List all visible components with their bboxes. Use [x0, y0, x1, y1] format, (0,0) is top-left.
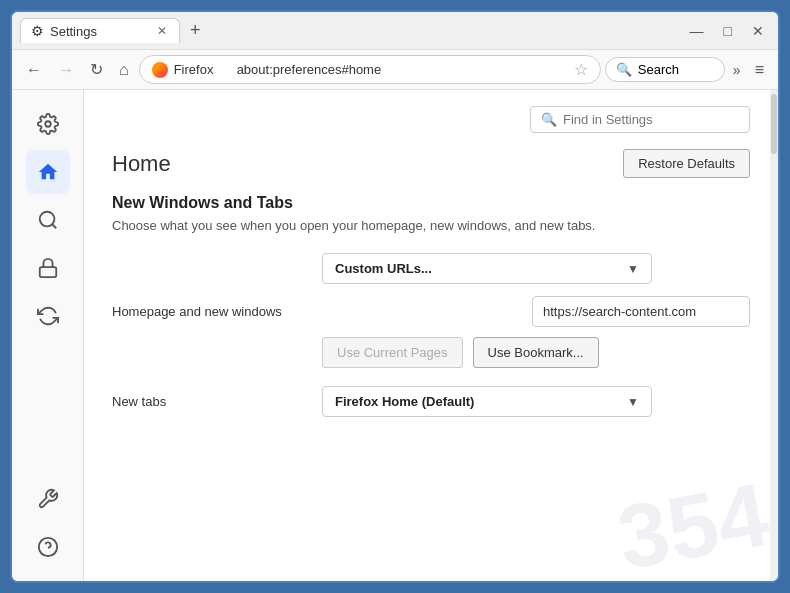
homepage-dropdown-label: Custom URLs... — [335, 261, 432, 276]
homepage-url-row: Homepage and new windows — [112, 296, 750, 327]
address-url: about:preferences#home — [237, 62, 382, 77]
find-icon: 🔍 — [541, 112, 557, 127]
sidebar-item-help[interactable] — [26, 525, 70, 569]
use-current-pages-button[interactable]: Use Current Pages — [322, 337, 463, 368]
main-content: 354 🔍 Home Restore Defaults New Windows … — [12, 90, 778, 581]
sidebar-item-search[interactable] — [26, 198, 70, 242]
search-icon: 🔍 — [616, 62, 632, 77]
homepage-url-input[interactable] — [532, 296, 750, 327]
firefox-logo-icon — [152, 62, 168, 78]
svg-line-2 — [52, 224, 56, 228]
find-in-settings-input[interactable]: 🔍 — [530, 106, 750, 133]
sidebar-item-extensions[interactable] — [26, 477, 70, 521]
new-tabs-dropdown-label: Firefox Home (Default) — [335, 394, 474, 409]
chevron-down-icon-2: ▼ — [627, 395, 639, 409]
homepage-label: Homepage and new windows — [112, 304, 322, 319]
find-settings-row: 🔍 — [112, 106, 750, 133]
find-input-field[interactable] — [563, 112, 739, 127]
more-tools-button[interactable]: » — [729, 58, 745, 82]
svg-point-0 — [45, 121, 51, 127]
sidebar — [12, 90, 84, 581]
page-title: Home — [112, 151, 171, 177]
chevron-down-icon: ▼ — [627, 262, 639, 276]
settings-inner: 🔍 Home Restore Defaults New Windows and … — [84, 90, 778, 445]
firefox-label: Firefox — [174, 62, 214, 77]
sidebar-item-privacy[interactable] — [26, 246, 70, 290]
section-header: Home Restore Defaults — [112, 149, 750, 178]
settings-content: 354 🔍 Home Restore Defaults New Windows … — [84, 90, 778, 581]
search-bar[interactable]: 🔍 Search — [605, 57, 725, 82]
address-bar[interactable]: Firefox about:preferences#home ☆ — [139, 55, 601, 84]
home-button[interactable]: ⌂ — [113, 57, 135, 83]
subsection-title: New Windows and Tabs — [112, 194, 750, 212]
homepage-type-dropdown[interactable]: Custom URLs... ▼ — [322, 253, 652, 284]
tab-close-button[interactable]: ✕ — [155, 24, 169, 38]
browser-window: ⚙ Settings ✕ + — □ ✕ ← → ↻ ⌂ Firefox abo… — [10, 10, 780, 583]
hamburger-menu-button[interactable]: ≡ — [749, 57, 770, 83]
close-button[interactable]: ✕ — [746, 21, 770, 41]
back-button[interactable]: ← — [20, 57, 48, 83]
search-label: Search — [638, 62, 679, 77]
new-tabs-row: New tabs Firefox Home (Default) ▼ — [112, 386, 750, 417]
svg-rect-3 — [39, 267, 56, 277]
tab-title: Settings — [50, 24, 97, 39]
sidebar-item-general[interactable] — [26, 102, 70, 146]
reload-button[interactable]: ↻ — [84, 56, 109, 83]
browser-tab[interactable]: ⚙ Settings ✕ — [20, 18, 180, 43]
use-bookmark-button[interactable]: Use Bookmark... — [473, 337, 599, 368]
window-controls: — □ ✕ — [684, 21, 770, 41]
new-tabs-label: New tabs — [112, 394, 322, 409]
tab-settings-icon: ⚙ — [31, 23, 44, 39]
minimize-button[interactable]: — — [684, 21, 710, 41]
svg-point-1 — [39, 212, 54, 227]
sidebar-item-home[interactable] — [26, 150, 70, 194]
homepage-buttons-row: Use Current Pages Use Bookmark... — [322, 337, 750, 368]
subsection-description: Choose what you see when you open your h… — [112, 218, 750, 233]
navigation-bar: ← → ↻ ⌂ Firefox about:preferences#home ☆… — [12, 50, 778, 90]
maximize-button[interactable]: □ — [718, 21, 738, 41]
restore-defaults-button[interactable]: Restore Defaults — [623, 149, 750, 178]
title-bar: ⚙ Settings ✕ + — □ ✕ — [12, 12, 778, 50]
bookmark-star-button[interactable]: ☆ — [574, 60, 588, 79]
new-tabs-dropdown[interactable]: Firefox Home (Default) ▼ — [322, 386, 652, 417]
homepage-dropdown-row: Custom URLs... ▼ — [112, 253, 750, 284]
sidebar-item-sync[interactable] — [26, 294, 70, 338]
watermark: 354 — [611, 469, 775, 581]
new-tab-button[interactable]: + — [184, 20, 207, 41]
forward-button[interactable]: → — [52, 57, 80, 83]
